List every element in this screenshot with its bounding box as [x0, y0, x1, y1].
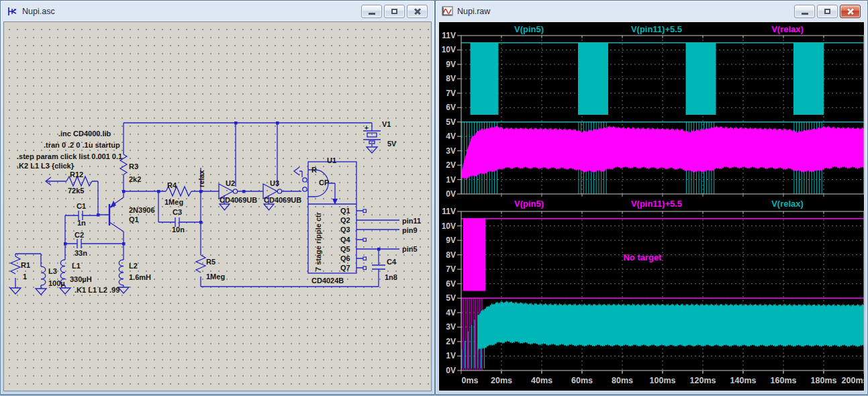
schematic-label[interactable]: 1: [23, 273, 27, 281]
y-tick-label: 8V: [446, 74, 456, 83]
y-tick-label: 5V: [446, 117, 456, 127]
x-tick-label: 100ms: [650, 376, 676, 385]
schematic-canvas[interactable]: .inc CD4000.lib.tran 0 .2 0 .1u startup.…: [3, 21, 432, 391]
minimize-button[interactable]: [794, 5, 815, 18]
x-tick-label: 60ms: [571, 376, 593, 385]
y-tick-label: 3V: [446, 322, 456, 332]
schematic-label[interactable]: U3: [270, 179, 279, 187]
schematic-window: Nupi.asc: [0, 0, 435, 395]
legend-entry[interactable]: V(relax): [771, 199, 804, 209]
schematic-label[interactable]: CP: [319, 179, 329, 187]
schematic-label[interactable]: R3: [129, 162, 138, 170]
schematic-label[interactable]: 100µ: [48, 279, 65, 287]
schematic-label[interactable]: 72k5: [68, 187, 84, 195]
schematic-label[interactable]: 1.6mH: [129, 273, 151, 281]
schematic-label[interactable]: pin11: [402, 217, 421, 225]
trace-v-relax-: [461, 125, 864, 179]
schematic-label[interactable]: C1: [77, 202, 86, 210]
y-tick-label: 7V: [446, 89, 456, 98]
legend-entry[interactable]: V(pin5): [514, 199, 544, 209]
schematic-label[interactable]: R12: [70, 170, 83, 179]
y-tick-label: 2V: [446, 337, 456, 346]
inductor-L2: [119, 260, 124, 285]
legend-entry[interactable]: V(relax): [771, 24, 804, 34]
schematic-label[interactable]: .step param click list 0.001 0.1: [17, 152, 122, 160]
schematic-label[interactable]: L1: [72, 262, 81, 270]
maximize-button[interactable]: [384, 5, 405, 18]
desktop: Nupi.asc: [0, 0, 868, 396]
schematic-label[interactable]: R: [311, 166, 317, 174]
schematic-label[interactable]: 2k2: [129, 175, 141, 183]
schematic-label[interactable]: Q7: [340, 264, 350, 272]
schematic-label[interactable]: U1: [327, 156, 336, 164]
y-tick-label: 7V: [446, 264, 456, 274]
schematic-label[interactable]: 2N3906: [129, 206, 155, 214]
waveform-icon: [442, 6, 453, 17]
schematic-titlebar[interactable]: Nupi.asc: [2, 2, 433, 21]
schematic-label[interactable]: 330µH: [70, 275, 92, 283]
schematic-label[interactable]: .K2 L1 L3 {click}: [17, 162, 75, 170]
close-button[interactable]: [840, 5, 861, 18]
schematic-label[interactable]: .inc CD4000.lib: [58, 130, 111, 138]
y-tick-label: 11V: [442, 207, 456, 216]
schematic-label[interactable]: C2: [75, 231, 84, 239]
schematic-label[interactable]: pin9: [402, 226, 418, 234]
schematic-label[interactable]: C4: [387, 258, 397, 266]
minimize-icon: [369, 13, 375, 15]
minimize-icon: [802, 13, 808, 15]
schematic-label[interactable]: U2: [226, 179, 235, 187]
schematic-label[interactable]: 1n: [77, 219, 86, 227]
waveform-plot-area[interactable]: 11V10V9V8V7V6V5V4V3V2V1V0VV(pin5)V(pin11…: [438, 21, 865, 391]
schematic-label[interactable]: Q2: [340, 216, 350, 224]
schematic-label[interactable]: R1: [21, 261, 30, 269]
schematic-label[interactable]: 7 stage ripple ctr: [314, 211, 322, 271]
schematic-label[interactable]: Q6: [340, 254, 350, 262]
waveform-titlebar[interactable]: Nupi.raw: [437, 2, 866, 21]
pane-bottom[interactable]: 11V10V9V8V7V6V5V4V3V2V1V0VV(pin5)V(pin11…: [442, 199, 864, 375]
schematic-label[interactable]: R4: [167, 181, 177, 189]
net-flag-arrow-r: [294, 167, 299, 175]
y-tick-label: 5V: [446, 293, 456, 303]
schematic-label[interactable]: CD4024B: [311, 277, 344, 285]
time-axis: 0ms20ms40ms60ms80ms100ms120ms140ms160ms1…: [461, 370, 865, 385]
maximize-icon: [391, 9, 397, 14]
schematic-label[interactable]: V1: [382, 120, 391, 128]
schematic-label[interactable]: relax: [197, 169, 205, 187]
schematic-label[interactable]: 1Meg: [206, 273, 225, 281]
schematic-label[interactable]: pin5: [402, 245, 418, 253]
schematic-label[interactable]: 1n8: [385, 273, 397, 281]
schematic-label[interactable]: CD4069UB: [264, 196, 301, 204]
schematic-label[interactable]: Q1: [340, 207, 350, 215]
schematic-label[interactable]: L2: [129, 262, 138, 270]
maximize-button[interactable]: [817, 5, 838, 18]
schematic-label[interactable]: .tran 0 .2 0 .1u startup: [44, 141, 120, 149]
x-tick-label: 140ms: [730, 376, 757, 385]
battery-v1: [367, 133, 377, 137]
schematic-label[interactable]: R5: [206, 258, 215, 266]
legend-entry[interactable]: V(pin11)+5.5: [631, 24, 682, 34]
close-button[interactable]: [407, 5, 428, 18]
schematic-label[interactable]: L3: [48, 267, 57, 275]
minimize-button[interactable]: [361, 5, 382, 18]
pane-top[interactable]: 11V10V9V8V7V6V5V4V3V2V1V0VV(pin5)V(pin11…: [442, 24, 864, 199]
legend-entry[interactable]: V(pin5): [514, 24, 544, 34]
y-tick-label: 9V: [446, 60, 456, 69]
schematic-label[interactable]: 1Meg: [164, 198, 183, 206]
schematic-label[interactable]: +: [365, 124, 369, 132]
schematic-label[interactable]: 10n: [172, 226, 185, 234]
schematic-label[interactable]: 5V: [387, 140, 397, 148]
schematic-label[interactable]: Q3: [340, 226, 350, 234]
schematic-label[interactable]: Q1: [129, 215, 139, 224]
schematic-label[interactable]: CD4069UB: [220, 196, 257, 204]
schematic-label[interactable]: C3: [173, 208, 182, 216]
x-tick-label: 40ms: [531, 376, 552, 385]
schematic-label[interactable]: .K1 L1 L2 .99: [75, 286, 119, 294]
x-tick-label: 120ms: [690, 376, 716, 385]
x-tick-label: 200ms: [842, 376, 865, 385]
schematic-label[interactable]: Q5: [340, 245, 350, 253]
schematic-label[interactable]: 33n: [75, 249, 87, 257]
y-tick-label: 2V: [446, 160, 456, 170]
inductor-L3: [41, 266, 46, 285]
schematic-label[interactable]: Q4: [340, 236, 351, 244]
legend-entry[interactable]: V(pin11)+5.5: [631, 199, 682, 209]
